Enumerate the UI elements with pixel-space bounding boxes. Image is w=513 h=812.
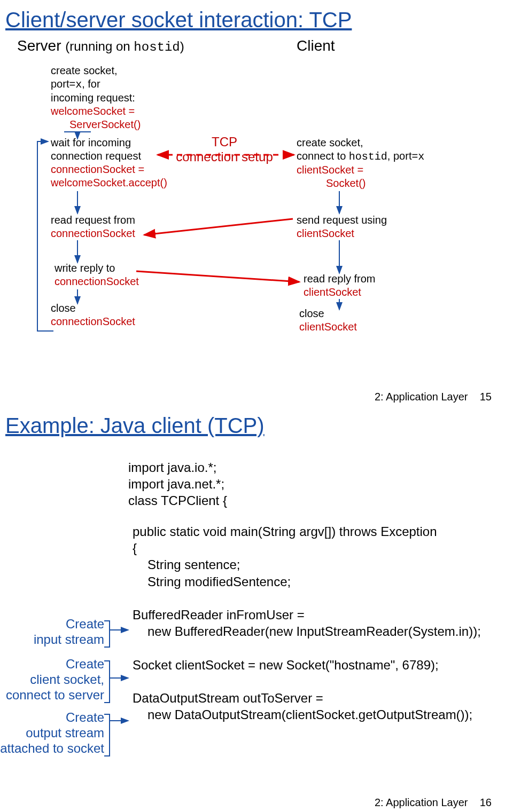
- footer-1: 2: Application Layer 15: [375, 391, 492, 403]
- annotation-input-stream: Create input stream: [0, 617, 104, 648]
- cb2-l2: new BufferedReader(new InputStreamReader…: [133, 624, 481, 638]
- ct-l1: import java.io.*;: [128, 460, 216, 475]
- a3-l2: output stream: [26, 726, 104, 740]
- ct-l2: import java.net.*;: [128, 477, 224, 491]
- tcp-l2: connection setup: [176, 149, 273, 164]
- read-reply-box: read reply from clientSocket: [304, 272, 442, 299]
- closec-l1: close: [299, 308, 324, 319]
- read-request-box: read request from connectionSocket: [51, 214, 190, 240]
- welcome-l2b: , for: [82, 78, 100, 90]
- closes-l1: close: [51, 302, 76, 314]
- code-mid-block: public static void main(String argv[]) t…: [133, 523, 513, 723]
- cm-l3: String sentence;: [133, 557, 240, 572]
- slide-2: Example: Java client (TCP) import java.i…: [0, 406, 513, 811]
- closec-l2: clientSocket: [299, 321, 357, 333]
- a2-l3: connect to server: [6, 688, 104, 702]
- tcp-l1: TCP: [212, 135, 237, 149]
- slide1-title: Client/server socket interaction: TCP: [5, 8, 508, 32]
- welcome-l2x: x: [75, 78, 82, 91]
- a3-l1: Create: [66, 710, 104, 724]
- a2-l2: client socket,: [30, 672, 104, 687]
- wait-l1: wait for incoming: [51, 137, 131, 148]
- slide1-arrows-overlay: [0, 0, 513, 406]
- cb4-l2: new DataOutputStream(clientSocket.getOut…: [133, 707, 472, 722]
- server-heading-open: (running on: [65, 39, 134, 53]
- welcome-l4a: welcomeSocket =: [51, 105, 135, 117]
- welcome-l4b: ServerSocket(): [51, 119, 141, 130]
- annotation-client-socket: Create client socket, connect to server: [0, 657, 104, 703]
- closes-l2: connectionSocket: [51, 316, 135, 327]
- cm-l4: String modifiedSentence;: [133, 574, 291, 589]
- readreq-l2: connectionSocket: [51, 227, 135, 239]
- wait-l2: connection request: [51, 150, 141, 162]
- server-heading-pre: Server: [17, 37, 65, 54]
- sendreq-l1: send request using: [297, 214, 387, 226]
- cm-l2: {: [133, 541, 137, 555]
- a1-l1: Create: [66, 617, 104, 631]
- footer-2: 2: Application Layer 16: [375, 797, 492, 809]
- server-heading-close: ): [180, 39, 184, 53]
- write-reply-box: write reply to connectionSocket: [55, 262, 193, 288]
- close-client-box: close clientSocket: [299, 307, 438, 334]
- readrep-l2: clientSocket: [304, 286, 361, 298]
- server-heading: Server (running on hostid): [17, 37, 184, 54]
- a3-l3: attached to socket: [0, 741, 104, 755]
- cc-l2b: , port=: [387, 150, 418, 162]
- cc-l2hostid: hostid: [349, 151, 387, 163]
- write-l1: write reply to: [55, 262, 115, 274]
- slide-1: Client/server socket interaction: TCP Se…: [0, 0, 513, 406]
- a2-l1: Create: [66, 657, 104, 671]
- footer2-num: 16: [480, 797, 492, 808]
- cc-l4: Socket(): [297, 177, 366, 189]
- footer1-num: 15: [480, 391, 492, 403]
- wait-l3: connectionSocket =: [51, 163, 144, 175]
- cc-l2x: x: [418, 151, 424, 163]
- cb3-l1: Socket clientSocket = new Socket("hostna…: [133, 658, 439, 672]
- a1-l2: input stream: [34, 632, 104, 647]
- readreq-l1: read request from: [51, 214, 135, 226]
- welcome-l3: incoming request:: [51, 92, 135, 104]
- footer1-label: 2: Application Layer: [375, 391, 468, 403]
- tcp-setup-label: TCP connection setup: [158, 135, 291, 164]
- server-heading-hostid: hostid: [134, 40, 180, 54]
- welcome-l1: create socket,: [51, 65, 118, 76]
- cc-l1: create socket,: [297, 137, 363, 148]
- code-top-block: import java.io.*; import java.net.*; cla…: [128, 459, 227, 509]
- wait-l4: welcomeSocket.accept(): [51, 177, 167, 188]
- readrep-l1: read reply from: [304, 273, 376, 285]
- welcome-l2a: port=: [51, 78, 75, 90]
- ct-l3: class TCPClient {: [128, 493, 227, 508]
- client-create-box: create socket, connect to hostid, port=x…: [297, 136, 468, 190]
- footer2-label: 2: Application Layer: [375, 797, 468, 808]
- slide2-title: Example: Java client (TCP): [5, 414, 508, 438]
- cm-l1: public static void main(String argv[]) t…: [133, 524, 437, 539]
- client-heading: Client: [297, 37, 335, 54]
- close-server-box: close connectionSocket: [51, 302, 190, 328]
- cc-l3: clientSocket =: [297, 164, 363, 176]
- sendreq-l2: clientSocket: [297, 227, 354, 239]
- cc-l2a: connect to: [297, 150, 349, 162]
- send-request-box: send request using clientSocket: [297, 214, 436, 240]
- annotation-output-stream: Create output stream attached to socket: [0, 710, 104, 756]
- cb2-l1: BufferedReader inFromUser =: [133, 608, 305, 622]
- write-l2: connectionSocket: [55, 275, 139, 287]
- welcome-socket-box: create socket, port=x, for incoming requ…: [51, 64, 200, 131]
- cb4-l1: DataOutputStream outToServer =: [133, 691, 323, 705]
